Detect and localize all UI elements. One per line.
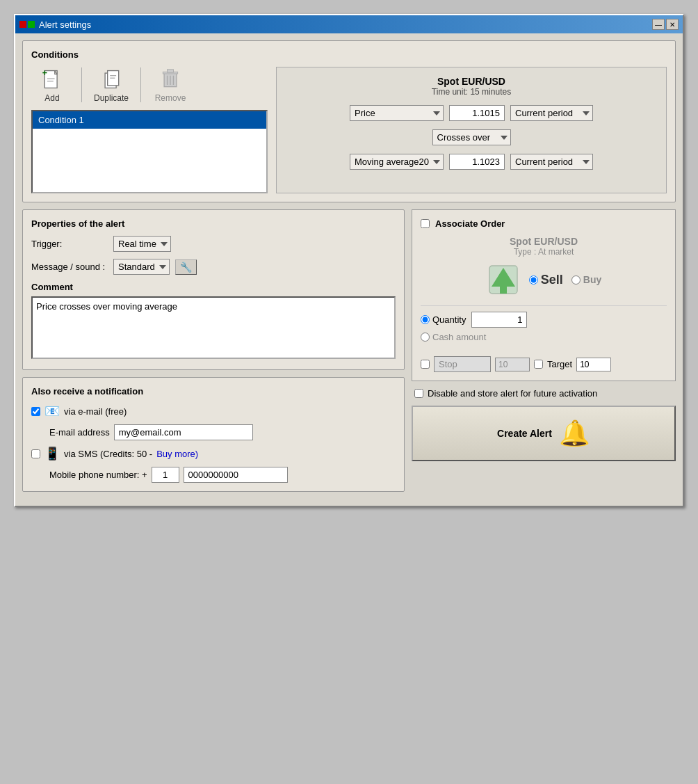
stop-input[interactable] xyxy=(495,358,530,371)
email-checkbox[interactable] xyxy=(31,407,40,416)
associate-header: Associate Order xyxy=(421,218,667,229)
separator2 xyxy=(140,67,141,102)
sell-buy-options: Sell Buy xyxy=(529,273,601,287)
sms-text: via SMS (Credits: 50 - xyxy=(64,449,152,459)
target-input[interactable] xyxy=(576,358,611,371)
ma-dropdown[interactable]: Moving average20 Price Volume xyxy=(350,154,444,170)
cash-row: Cash amount xyxy=(421,332,667,342)
associate-order-checkbox[interactable] xyxy=(421,219,430,228)
trigger-label: Trigger: xyxy=(31,239,108,249)
indicator-dropdown[interactable]: Price Moving average20 Volume xyxy=(350,105,444,121)
duplicate-button[interactable]: Duplicate xyxy=(90,67,132,103)
quantity-input[interactable] xyxy=(471,312,527,328)
notification-title: Also receive a notification xyxy=(31,386,396,397)
wrench-button[interactable]: 🔧 xyxy=(175,259,197,275)
quantity-label: Quantity xyxy=(432,314,466,325)
associate-title: Associate Order xyxy=(435,218,505,229)
email-text: via e-mail (free) xyxy=(64,406,127,417)
comment-label: Comment xyxy=(31,282,396,292)
conditions-left: + Add xyxy=(31,67,268,193)
icon-red xyxy=(19,21,26,28)
conditions-title: Conditions xyxy=(31,49,667,60)
condition-list: Condition 1 xyxy=(31,110,268,193)
target-label: Target xyxy=(547,359,572,369)
disable-label: Disable and store alert for future activ… xyxy=(428,388,597,399)
cash-radio[interactable] xyxy=(421,333,430,342)
condition-row-2: Moving average20 Price Volume Current pe… xyxy=(285,154,658,170)
operator-dropdown[interactable]: Crosses over Crosses under Greater than … xyxy=(432,129,511,145)
quantity-radio[interactable] xyxy=(421,315,430,324)
quantity-row: Quantity xyxy=(421,312,667,328)
sms-icon: 📱 xyxy=(44,446,60,461)
sell-option[interactable]: Sell xyxy=(529,273,563,287)
title-bar-left: Alert settings xyxy=(19,19,91,30)
icon-green xyxy=(28,21,35,28)
cash-option[interactable]: Cash amount xyxy=(421,332,486,342)
message-row: Message / sound : Standard Custom 🔧 xyxy=(31,259,396,275)
email-address-label: E-mail address xyxy=(49,427,110,438)
sms-checkbox[interactable] xyxy=(31,449,40,458)
target-checkbox[interactable] xyxy=(534,360,543,369)
phone-number-input[interactable] xyxy=(184,467,288,483)
condition-row-1: Price Moving average20 Volume Current pe… xyxy=(285,105,658,121)
add-button[interactable]: + Add xyxy=(31,67,73,103)
buy-option[interactable]: Buy xyxy=(571,274,601,285)
stop-dropdown[interactable]: Stop Stop limit xyxy=(434,356,491,372)
indicator-value[interactable] xyxy=(449,105,505,121)
order-type: Type : At market xyxy=(421,247,667,257)
conditions-toolbar: + Add xyxy=(31,67,268,103)
stop-checkbox[interactable] xyxy=(421,360,430,369)
condition-item[interactable]: Condition 1 xyxy=(33,111,266,129)
close-button[interactable]: ✕ xyxy=(666,19,679,30)
phone-row: Mobile phone number: + xyxy=(31,467,396,483)
buy-label: Buy xyxy=(583,274,601,285)
remove-button[interactable]: Remove xyxy=(149,67,191,103)
email-input[interactable] xyxy=(114,424,253,440)
app-icon xyxy=(19,21,35,28)
create-alert-button[interactable]: Create Alert 🔔 xyxy=(412,406,676,461)
disable-row: Disable and store alert for future activ… xyxy=(412,388,676,399)
sell-arrow-icon xyxy=(486,262,521,297)
email-address-row: E-mail address xyxy=(31,424,396,440)
ma-value[interactable] xyxy=(449,154,505,170)
conditions-content: + Add xyxy=(31,67,667,193)
window-body: Conditions + xyxy=(15,33,683,506)
title-bar: Alert settings — ✕ xyxy=(15,15,683,33)
message-dropdown[interactable]: Standard Custom xyxy=(113,259,170,275)
sms-checkbox-row: 📱 via SMS (Credits: 50 - Buy more) xyxy=(31,446,396,461)
phone-label: Mobile phone number: + xyxy=(49,470,147,480)
associate-order-panel: Associate Order Spot EUR/USD Type : At m… xyxy=(412,209,676,381)
instrument-timeunit: Time unit: 15 minutes xyxy=(432,87,511,97)
trash-icon xyxy=(158,67,183,92)
sell-radio[interactable] xyxy=(529,275,538,285)
disable-checkbox[interactable] xyxy=(414,389,423,398)
trigger-row: Trigger: Real time Bar close Tick xyxy=(31,236,396,252)
notification-panel: Also receive a notification 📧 via e-mail… xyxy=(22,377,405,492)
buy-more-link[interactable]: Buy more) xyxy=(156,449,198,459)
order-main: Sell Buy xyxy=(421,262,667,297)
title-bar-controls: — ✕ xyxy=(652,19,679,30)
buy-radio[interactable] xyxy=(571,275,581,285)
minimize-button[interactable]: — xyxy=(652,19,665,30)
period-dropdown-1[interactable]: Current period Previous period xyxy=(510,105,593,121)
properties-title: Properties of the alert xyxy=(31,218,396,229)
alert-settings-window: Alert settings — ✕ Conditions xyxy=(14,14,684,507)
stop-row: Stop Stop limit Target xyxy=(421,356,667,372)
period-dropdown-2[interactable]: Current period Previous period xyxy=(510,154,593,170)
add-label: Add xyxy=(44,93,59,103)
quantity-option[interactable]: Quantity xyxy=(421,314,466,325)
conditions-setup: Spot EUR/USD Time unit: 15 minutes Price… xyxy=(276,67,667,193)
instrument-info: Spot EUR/USD Time unit: 15 minutes xyxy=(432,76,511,97)
left-lower: Properties of the alert Trigger: Real ti… xyxy=(22,209,405,499)
email-icon: 📧 xyxy=(44,403,60,419)
quantity-section: Quantity Cash amount xyxy=(421,305,667,352)
properties-panel: Properties of the alert Trigger: Real ti… xyxy=(22,209,405,370)
add-icon: + xyxy=(40,67,65,92)
cash-amount-label: Cash amount xyxy=(432,332,486,342)
sell-label: Sell xyxy=(541,273,563,287)
trigger-dropdown[interactable]: Real time Bar close Tick xyxy=(113,236,171,252)
comment-section: Comment Price crosses over moving averag… xyxy=(31,282,396,361)
separator1 xyxy=(81,67,82,102)
comment-textarea[interactable]: Price crosses over moving average xyxy=(31,296,396,359)
phone-code-input[interactable] xyxy=(152,467,179,483)
